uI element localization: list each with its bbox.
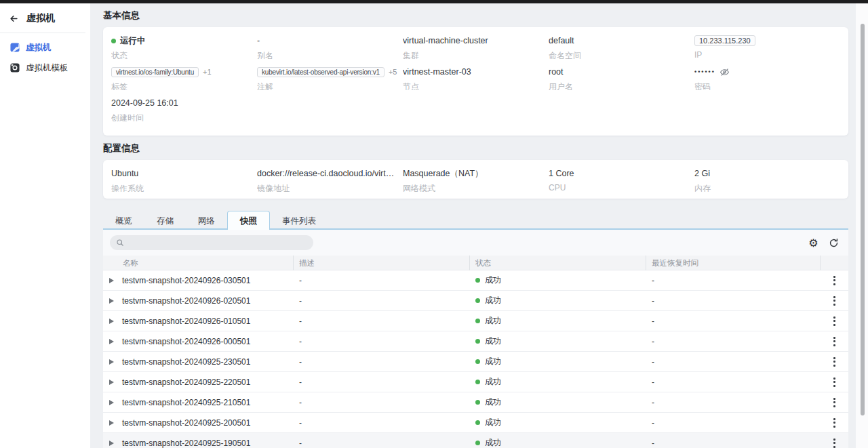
field-status: 运行中 状态 (111, 35, 257, 59)
success-status-dot-icon (475, 278, 480, 283)
kebab-menu-icon[interactable] (829, 273, 840, 288)
sidebar: 虚拟机 虚拟机 虚拟机模板 (0, 3, 90, 448)
field-label: 注解 (257, 81, 403, 90)
expand-arrow-icon[interactable] (109, 339, 114, 344)
sidebar-item-vm-template[interactable]: 虚拟机模板 (0, 58, 90, 78)
snapshot-name: testvm-snapshot-20240926-010501 (122, 317, 250, 326)
kebab-menu-icon[interactable] (829, 293, 840, 308)
success-status-dot-icon (475, 359, 480, 364)
vm-template-icon (10, 63, 20, 73)
field-ip: 10.233.115.230 IP (694, 35, 840, 59)
annotations-more-count[interactable]: +5 (389, 68, 397, 76)
field-value: docker://release-ci.daocloud.io/virtnest… (257, 169, 397, 178)
snapshot-description: - (294, 378, 470, 387)
expand-arrow-icon[interactable] (109, 441, 114, 446)
sidebar-item-vm[interactable]: 虚拟机 (0, 37, 90, 58)
table-row[interactable]: testvm-snapshot-20240926-020501 - 成功 - (103, 291, 848, 311)
snapshot-status: 成功 (485, 295, 501, 306)
tab-label: 事件列表 (282, 216, 316, 226)
col-header-description: 描述 (294, 256, 470, 270)
snapshot-status: 成功 (485, 274, 501, 286)
table-row[interactable]: testvm-snapshot-20240925-230501 - 成功 - (103, 352, 848, 372)
col-header-actions (821, 256, 848, 270)
tab-3[interactable]: 快照 (227, 211, 270, 230)
table-row[interactable]: testvm-snapshot-20240925-200501 - 成功 - (103, 413, 848, 433)
kebab-menu-icon[interactable] (829, 375, 840, 390)
snapshot-description: - (294, 398, 470, 407)
settings-gear-icon[interactable]: ⚙ (808, 237, 819, 249)
field-value: root (549, 67, 564, 77)
snapshot-name: testvm-snapshot-20240925-220501 (122, 378, 250, 387)
ip-chip: 10.233.115.230 (694, 35, 755, 46)
tab-4[interactable]: 事件列表 (270, 212, 328, 230)
success-status-dot-icon (475, 339, 480, 344)
success-status-dot-icon (475, 400, 480, 405)
refresh-icon[interactable] (828, 237, 840, 249)
field-label: 集群 (403, 50, 549, 59)
field-label: 命名空间 (549, 50, 694, 59)
vm-icon (10, 43, 20, 52)
sidebar-header: 虚拟机 (0, 3, 85, 33)
kebab-menu-icon[interactable] (829, 415, 840, 430)
snapshot-restore-time: - (646, 317, 821, 326)
expand-arrow-icon[interactable] (109, 420, 114, 426)
expand-arrow-icon[interactable] (109, 359, 114, 365)
snapshot-restore-time: - (646, 398, 821, 407)
kebab-menu-icon[interactable] (829, 334, 840, 349)
kebab-menu-icon[interactable] (829, 436, 840, 448)
snapshot-description: - (294, 439, 470, 448)
field-label: 节点 (403, 81, 549, 90)
field-label: IP (694, 50, 840, 59)
kebab-menu-icon[interactable] (829, 395, 840, 410)
table-row[interactable]: testvm-snapshot-20240926-010501 - 成功 - (103, 311, 848, 331)
snapshot-restore-time: - (646, 439, 821, 448)
tab-2[interactable]: 网络 (186, 212, 227, 230)
table-row[interactable]: testvm-snapshot-20240925-190501 - 成功 - (103, 433, 848, 448)
field-cpu: 1 Core CPU (549, 168, 694, 192)
snapshot-description: - (294, 357, 470, 367)
eye-off-icon[interactable] (719, 67, 730, 77)
search-input[interactable] (128, 238, 298, 247)
back-arrow-icon[interactable] (9, 13, 20, 24)
snapshot-table-body: testvm-snapshot-20240926-030501 - 成功 - t… (103, 270, 848, 448)
tag-chip: virtnest.io/os-family:Ubuntu (111, 67, 199, 77)
snapshot-restore-time: - (646, 276, 821, 285)
tab-label: 快照 (240, 216, 257, 226)
scrollbar-track[interactable] (856, 3, 868, 448)
table-row[interactable]: testvm-snapshot-20240925-220501 - 成功 - (103, 372, 848, 392)
expand-arrow-icon[interactable] (109, 400, 114, 405)
table-row[interactable]: testvm-snapshot-20240926-000501 - 成功 - (103, 331, 848, 352)
expand-arrow-icon[interactable] (109, 319, 114, 324)
basic-info-title: 基本信息 (103, 9, 848, 22)
expand-arrow-icon[interactable] (109, 278, 114, 283)
snapshot-description: - (294, 418, 470, 428)
field-created-at: 2024-09-25 16:01 创建时间 (111, 98, 257, 121)
scrollbar-thumb[interactable] (861, 24, 865, 415)
kebab-menu-icon[interactable] (829, 354, 840, 369)
search-box[interactable] (110, 235, 313, 250)
snapshot-name: testvm-snapshot-20240926-000501 (122, 337, 250, 346)
snapshot-status: 成功 (485, 315, 501, 327)
field-value: Ubuntu (111, 169, 138, 178)
tab-0[interactable]: 概览 (103, 212, 144, 230)
basic-info-card: 运行中 状态 - 别名 virtual-machine-cluster 集群 d… (103, 27, 848, 136)
running-status-dot-icon (111, 39, 116, 43)
kebab-menu-icon[interactable] (829, 314, 840, 329)
snapshot-table-header: 名称 描述 状态 最近恢复时间 (103, 256, 848, 270)
table-row[interactable]: testvm-snapshot-20240926-030501 - 成功 - (103, 270, 848, 291)
field-label: 密码 (694, 81, 840, 90)
field-cluster: virtual-machine-cluster 集群 (403, 35, 549, 59)
expand-arrow-icon[interactable] (109, 380, 114, 385)
success-status-dot-icon (475, 380, 480, 384)
field-value: 运行中 (120, 35, 146, 47)
expand-arrow-icon[interactable] (109, 298, 114, 304)
tab-1[interactable]: 存储 (144, 212, 186, 230)
table-row[interactable]: testvm-snapshot-20240925-210501 - 成功 - (103, 392, 848, 413)
tags-more-count[interactable]: +1 (203, 68, 212, 76)
field-label: 内存 (694, 183, 840, 192)
field-node: virtnest-master-03 节点 (403, 66, 549, 90)
field-value: 1 Core (549, 169, 574, 178)
field-label: CPU (549, 183, 694, 192)
snapshot-restore-time: - (646, 296, 821, 306)
success-status-dot-icon (475, 420, 480, 425)
